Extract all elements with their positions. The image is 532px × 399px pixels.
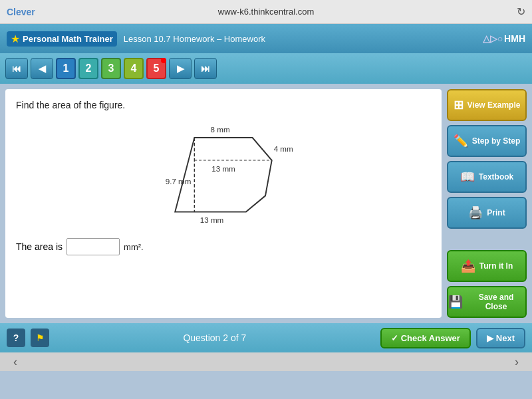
answer-area: The area is mm². xyxy=(16,238,431,255)
pmt-icon: ★ xyxy=(11,33,20,45)
svg-text:9.7 mm: 9.7 mm xyxy=(166,177,192,186)
turn-in-label: Turn it In xyxy=(479,261,513,271)
svg-text:13 mm: 13 mm xyxy=(200,215,224,224)
lesson-title: Lesson 10.7 Homework – Homework xyxy=(124,34,483,44)
view-example-icon: ⊞ xyxy=(454,98,464,112)
figure-area: 8 mm 4 mm 13 mm 9.7 mm 13 mm xyxy=(150,118,297,225)
help-button[interactable]: ? xyxy=(7,329,25,347)
step-icon: ✏️ xyxy=(454,134,468,148)
svg-text:4 mm: 4 mm xyxy=(274,144,293,153)
svg-marker-0 xyxy=(175,138,271,212)
help-icon: ? xyxy=(13,332,19,343)
page-4-button[interactable]: 4 xyxy=(124,58,144,79)
svg-text:8 mm: 8 mm xyxy=(211,125,230,134)
side-buttons: ⊞ View Example ✏️ Step by Step 📖 Textboo… xyxy=(447,89,527,318)
check-answer-button[interactable]: ✓ Check Answer xyxy=(380,328,471,348)
next-icon: ▶ xyxy=(487,333,493,343)
textbook-label: Textbook xyxy=(479,172,513,182)
next-button[interactable]: ▶ Next xyxy=(476,328,525,348)
page-1-button[interactable]: 1 xyxy=(56,58,76,79)
page-3-button[interactable]: 3 xyxy=(101,58,121,79)
answer-prefix: The area is xyxy=(16,241,63,252)
hmh-logo: △▷○ HMH xyxy=(483,33,525,44)
browser-bar: Clever www-k6.thinkcentral.com ↻ xyxy=(0,0,532,24)
main-content: Find the area of the figure. 8 mm 4 mm 1… xyxy=(0,84,532,323)
prev-page-button[interactable]: ◀ xyxy=(31,58,53,79)
svg-text:13 mm: 13 mm xyxy=(211,164,235,173)
save-close-button[interactable]: 💾 Save and Close xyxy=(447,286,527,318)
last-page-button[interactable]: ⏭ xyxy=(194,58,217,79)
question-text: Find the area of the figure. xyxy=(16,100,431,110)
print-button[interactable]: 🖨️ Print xyxy=(447,197,527,229)
turn-in-button[interactable]: 📤 Turn it In xyxy=(447,250,527,282)
view-example-button[interactable]: ⊞ View Example xyxy=(447,89,527,121)
hmh-label: HMH xyxy=(504,33,525,44)
save-icon: 💾 xyxy=(448,295,463,309)
print-label: Print xyxy=(487,208,505,217)
pmt-name: Personal Math Trainer xyxy=(23,34,113,44)
browser-url: www-k6.thinkcentral.com xyxy=(218,7,315,17)
next-label: Next xyxy=(496,333,515,343)
print-icon: 🖨️ xyxy=(468,205,483,220)
mac-back-button[interactable]: ‹ xyxy=(13,355,17,369)
step-by-step-button[interactable]: ✏️ Step by Step xyxy=(447,125,527,157)
check-answer-label: Check Answer xyxy=(401,333,460,343)
pmt-logo: ★ Personal Math Trainer xyxy=(7,31,117,47)
question-counter: Question 2 of 7 xyxy=(55,332,375,343)
clever-logo: Clever xyxy=(7,7,35,17)
answer-input[interactable] xyxy=(66,238,120,255)
bottom-bar: ? ⚑ Question 2 of 7 ✓ Check Answer ▶ Nex… xyxy=(0,323,532,352)
save-close-label: Save and Close xyxy=(467,293,525,311)
refresh-button[interactable]: ↻ xyxy=(517,5,525,18)
mac-forward-button[interactable]: › xyxy=(515,355,519,369)
mac-bottom-bar: ‹ › xyxy=(0,352,532,371)
question-panel: Find the area of the figure. 8 mm 4 mm 1… xyxy=(5,89,442,318)
answer-unit: mm². xyxy=(124,242,144,252)
page-5-dot xyxy=(161,58,166,63)
flag-icon: ⚑ xyxy=(36,332,45,343)
step-label: Step by Step xyxy=(472,136,521,146)
page-2-button[interactable]: 2 xyxy=(78,58,98,79)
check-icon: ✓ xyxy=(391,333,398,343)
flag-button[interactable]: ⚑ xyxy=(31,329,49,347)
hmh-shapes: △▷○ xyxy=(483,33,503,44)
app-header: ★ Personal Math Trainer Lesson 10.7 Home… xyxy=(0,24,532,53)
nav-bar: ⏮ ◀ 1 2 3 4 5 ▶ ⏭ xyxy=(0,53,532,84)
page-5-button[interactable]: 5 xyxy=(146,58,166,79)
next-page-button[interactable]: ▶ xyxy=(169,58,192,79)
first-page-button[interactable]: ⏮ xyxy=(5,58,28,79)
textbook-button[interactable]: 📖 Textbook xyxy=(447,161,527,193)
turn-in-icon: 📤 xyxy=(461,259,475,273)
textbook-icon: 📖 xyxy=(460,170,475,184)
view-example-label: View Example xyxy=(467,100,521,110)
